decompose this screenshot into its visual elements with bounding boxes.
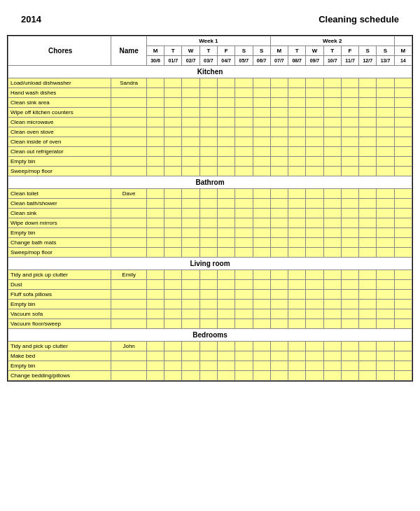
chore-cell[interactable] (270, 300, 288, 309)
chore-cell[interactable] (182, 127, 200, 137)
chore-cell[interactable] (182, 108, 200, 118)
chore-cell[interactable] (323, 300, 341, 309)
chore-cell[interactable] (253, 290, 270, 300)
chore-cell[interactable] (200, 147, 217, 157)
chore-cell[interactable] (200, 78, 217, 88)
chore-cell[interactable] (377, 342, 394, 351)
chore-cell[interactable] (288, 309, 306, 319)
chore-cell[interactable] (164, 270, 182, 280)
chore-cell[interactable] (288, 78, 306, 88)
chore-cell[interactable] (217, 351, 234, 361)
chore-cell[interactable] (323, 167, 341, 176)
chore-cell[interactable] (394, 157, 412, 167)
chore-cell[interactable] (182, 270, 200, 280)
chore-cell[interactable] (341, 78, 358, 88)
chore-cell[interactable] (200, 199, 217, 209)
chore-cell[interactable] (253, 98, 270, 108)
chore-cell[interactable] (217, 238, 234, 248)
chore-cell[interactable] (323, 189, 341, 199)
chore-cell[interactable] (270, 342, 288, 351)
chore-cell[interactable] (200, 88, 217, 98)
chore-cell[interactable] (164, 157, 182, 167)
chore-cell[interactable] (253, 118, 270, 127)
chore-cell[interactable] (288, 319, 306, 329)
chore-cell[interactable] (359, 280, 377, 290)
chore-cell[interactable] (341, 280, 358, 290)
chore-cell[interactable] (323, 248, 341, 258)
chore-cell[interactable] (377, 157, 394, 167)
chore-cell[interactable] (270, 98, 288, 108)
chore-cell[interactable] (146, 199, 164, 209)
chore-cell[interactable] (341, 351, 358, 361)
chore-cell[interactable] (306, 137, 323, 147)
chore-cell[interactable] (182, 300, 200, 309)
chore-cell[interactable] (359, 137, 377, 147)
chore-cell[interactable] (306, 300, 323, 309)
chore-cell[interactable] (182, 167, 200, 176)
chore-cell[interactable] (200, 228, 217, 238)
chore-cell[interactable] (200, 137, 217, 147)
chore-cell[interactable] (377, 98, 394, 108)
chore-cell[interactable] (323, 88, 341, 98)
chore-cell[interactable] (182, 228, 200, 238)
chore-cell[interactable] (306, 371, 323, 381)
chore-cell[interactable] (323, 218, 341, 228)
chore-cell[interactable] (306, 361, 323, 371)
chore-cell[interactable] (394, 137, 412, 147)
chore-cell[interactable] (235, 137, 253, 147)
chore-cell[interactable] (164, 248, 182, 258)
chore-cell[interactable] (306, 270, 323, 280)
chore-cell[interactable] (182, 147, 200, 157)
chore-cell[interactable] (200, 167, 217, 176)
chore-cell[interactable] (288, 280, 306, 290)
chore-cell[interactable] (306, 127, 323, 137)
chore-cell[interactable] (341, 218, 358, 228)
chore-cell[interactable] (146, 371, 164, 381)
chore-cell[interactable] (288, 342, 306, 351)
chore-cell[interactable] (394, 270, 412, 280)
chore-cell[interactable] (306, 228, 323, 238)
chore-cell[interactable] (217, 167, 234, 176)
chore-cell[interactable] (359, 98, 377, 108)
chore-cell[interactable] (341, 248, 358, 258)
chore-cell[interactable] (288, 238, 306, 248)
chore-cell[interactable] (253, 189, 270, 199)
chore-cell[interactable] (359, 189, 377, 199)
chore-cell[interactable] (288, 300, 306, 309)
chore-cell[interactable] (306, 88, 323, 98)
chore-cell[interactable] (270, 248, 288, 258)
chore-cell[interactable] (341, 371, 358, 381)
chore-cell[interactable] (394, 280, 412, 290)
chore-cell[interactable] (200, 319, 217, 329)
chore-cell[interactable] (288, 108, 306, 118)
chore-cell[interactable] (235, 189, 253, 199)
chore-cell[interactable] (394, 167, 412, 176)
chore-cell[interactable] (377, 218, 394, 228)
chore-cell[interactable] (341, 361, 358, 371)
chore-cell[interactable] (253, 218, 270, 228)
chore-cell[interactable] (306, 118, 323, 127)
chore-cell[interactable] (377, 238, 394, 248)
chore-cell[interactable] (306, 319, 323, 329)
chore-cell[interactable] (341, 209, 358, 218)
chore-cell[interactable] (323, 209, 341, 218)
chore-cell[interactable] (253, 108, 270, 118)
chore-cell[interactable] (164, 361, 182, 371)
chore-cell[interactable] (323, 98, 341, 108)
chore-cell[interactable] (200, 371, 217, 381)
chore-cell[interactable] (253, 157, 270, 167)
chore-cell[interactable] (235, 118, 253, 127)
chore-cell[interactable] (200, 189, 217, 199)
chore-cell[interactable] (394, 371, 412, 381)
chore-cell[interactable] (182, 218, 200, 228)
chore-cell[interactable] (182, 118, 200, 127)
chore-cell[interactable] (235, 238, 253, 248)
chore-cell[interactable] (235, 300, 253, 309)
chore-cell[interactable] (146, 248, 164, 258)
chore-cell[interactable] (323, 309, 341, 319)
chore-cell[interactable] (323, 270, 341, 280)
chore-cell[interactable] (182, 309, 200, 319)
chore-cell[interactable] (200, 280, 217, 290)
chore-cell[interactable] (200, 108, 217, 118)
chore-cell[interactable] (182, 98, 200, 108)
